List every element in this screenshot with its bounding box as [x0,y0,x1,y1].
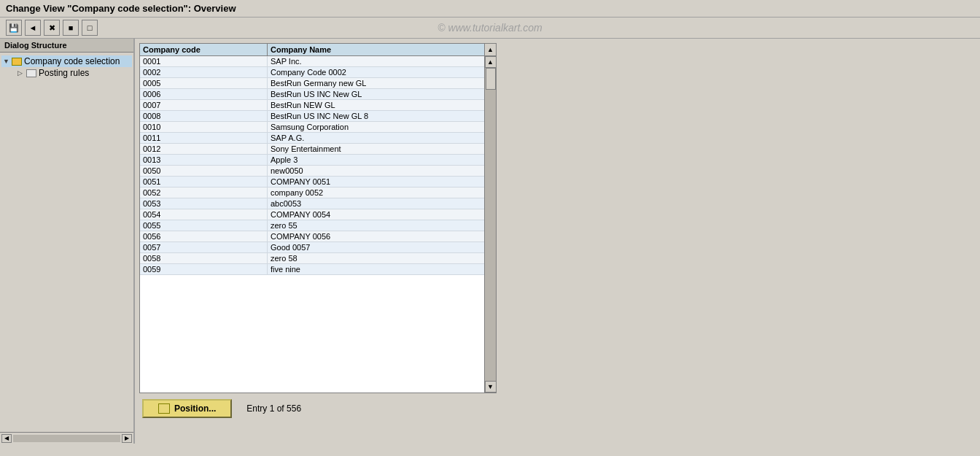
watermark: © www.tutorialkart.com [438,22,542,34]
cell-company-code: 0002 [140,67,268,77]
table-row[interactable]: 0013Apple 3 [140,155,484,166]
save-icon: 💾 [9,23,19,33]
cell-company-name: SAP A.G. [268,133,484,143]
cell-company-name: Company Code 0002 [268,67,484,77]
table-row[interactable]: 0001SAP Inc. [140,56,484,67]
table-row[interactable]: 0058zero 58 [140,253,484,264]
cell-company-code: 0050 [140,166,268,176]
tree-area: ▼ Company code selection ▷ Posting rules [0,53,133,432]
table-row[interactable]: 0057Good 0057 [140,242,484,253]
extra-icon: □ [88,23,93,32]
dialog-structure-title: Dialog Structure [0,39,133,53]
cell-company-code: 0010 [140,122,268,132]
left-panel: Dialog Structure ▼ Company code selectio… [0,39,135,444]
table-row[interactable]: 0056COMPANY 0056 [140,231,484,242]
cell-company-code: 0052 [140,188,268,198]
scroll-thumb [486,68,496,90]
cell-company-code: 0055 [140,220,268,231]
position-button-label: Position... [174,403,216,414]
table-rows: 0001SAP Inc.0002Company Code 00020005Bes… [140,56,484,393]
scroll-up-btn[interactable]: ▲ [485,56,497,68]
table-scrollbar: ▲ ▼ [484,56,496,393]
table-row[interactable]: 0053abc0053 [140,198,484,209]
table-row[interactable]: 0012Sony Entertainment [140,144,484,155]
cell-company-code: 0058 [140,253,268,263]
entry-info: Entry 1 of 556 [246,403,301,414]
right-panel: Company code Company Name ▲ 0001SAP Inc.… [135,39,980,444]
table-row[interactable]: 0059five nine [140,264,484,275]
cell-company-name: new0050 [268,166,484,176]
table-row[interactable]: 0008BestRun US INC New GL 8 [140,111,484,122]
cell-company-name: COMPANY 0054 [268,209,484,220]
table-row[interactable]: 0005BestRun Germany new GL [140,78,484,89]
subfolder-icon [26,69,36,77]
cell-company-code: 0056 [140,231,268,241]
left-panel-scrollbar: ◀ ▶ [0,432,133,444]
save-button[interactable]: 💾 [6,20,22,36]
table-container: Company code Company Name ▲ 0001SAP Inc.… [139,43,497,393]
tree-item-label-posting-rules: Posting rules [39,68,89,78]
cell-company-name: Good 0057 [268,242,484,252]
left-scroll-left-btn[interactable]: ◀ [1,434,12,443]
toolbar: 💾 ◄ ✖ ■ □ © www.tutorialkart.com [0,18,980,39]
cell-company-name: BestRun US INC New GL [268,89,484,99]
cancel-button[interactable]: ■ [63,20,79,36]
table-row[interactable]: 0002Company Code 0002 [140,67,484,78]
scroll-up-header-btn[interactable]: ▲ [484,44,496,55]
cell-company-name: BestRun US INC New GL 8 [268,111,484,121]
table-row[interactable]: 0055zero 55 [140,220,484,231]
scroll-thumb-area[interactable] [485,68,496,381]
table-row[interactable]: 0050new0050 [140,166,484,177]
position-icon [158,403,170,414]
cell-company-name: company 0052 [268,188,484,198]
tree-item-posting-rules[interactable]: ▷ Posting rules [1,67,132,79]
cell-company-name: abc0053 [268,198,484,209]
tree-expand-arrow: ▼ [3,58,12,65]
exit-icon: ✖ [49,23,55,33]
cell-company-code: 0051 [140,177,268,187]
cell-company-code: 0005 [140,78,268,88]
table-row[interactable]: 0007BestRun NEW GL [140,100,484,111]
cell-company-code: 0059 [140,264,268,274]
cancel-icon: ■ [69,23,74,32]
folder-icon [12,58,22,66]
cell-company-name: BestRun Germany new GL [268,78,484,88]
table-row[interactable]: 0051COMPANY 0051 [140,177,484,188]
scroll-down-btn[interactable]: ▼ [485,381,497,393]
cell-company-code: 0057 [140,242,268,252]
cell-company-code: 0054 [140,209,268,220]
title-text: Change View "Company code selection": Ov… [6,3,236,14]
extra-button[interactable]: □ [82,20,98,36]
cell-company-code: 0012 [140,144,268,154]
table-row[interactable]: 0052company 0052 [140,188,484,198]
table-row[interactable]: 0010Samsung Corporation [140,122,484,133]
cell-company-name: zero 58 [268,253,484,263]
table-header: Company code Company Name ▲ [140,44,496,56]
cell-company-code: 0001 [140,56,268,66]
tree-item-company-code-selection[interactable]: ▼ Company code selection [1,55,132,67]
table-row[interactable]: 0011SAP A.G. [140,133,484,144]
tree-leaf-arrow: ▷ [18,69,26,77]
cell-company-name: five nine [268,264,484,274]
left-scroll-track [13,435,120,442]
main-layout: Dialog Structure ▼ Company code selectio… [0,39,980,444]
scroll-up-icon: ▲ [487,46,494,53]
table-row[interactable]: 0006BestRun US INC New GL [140,89,484,100]
cell-company-name: Sony Entertainment [268,144,484,154]
cell-company-code: 0008 [140,111,268,121]
cell-company-code: 0011 [140,133,268,143]
tree-item-label-company-code: Company code selection [24,56,120,66]
cell-company-code: 0007 [140,100,268,110]
back-button[interactable]: ◄ [25,20,41,36]
position-button[interactable]: Position... [142,399,232,418]
back-icon: ◄ [29,23,37,32]
cell-company-name: BestRun NEW GL [268,100,484,110]
header-company-code: Company code [140,44,268,55]
exit-button[interactable]: ✖ [44,20,60,36]
left-scroll-right-btn[interactable]: ▶ [122,434,132,443]
cell-company-name: zero 55 [268,220,484,231]
cell-company-code: 0053 [140,198,268,209]
cell-company-code: 0013 [140,155,268,165]
table-row[interactable]: 0054COMPANY 0054 [140,209,484,220]
cell-company-name: COMPANY 0056 [268,231,484,241]
